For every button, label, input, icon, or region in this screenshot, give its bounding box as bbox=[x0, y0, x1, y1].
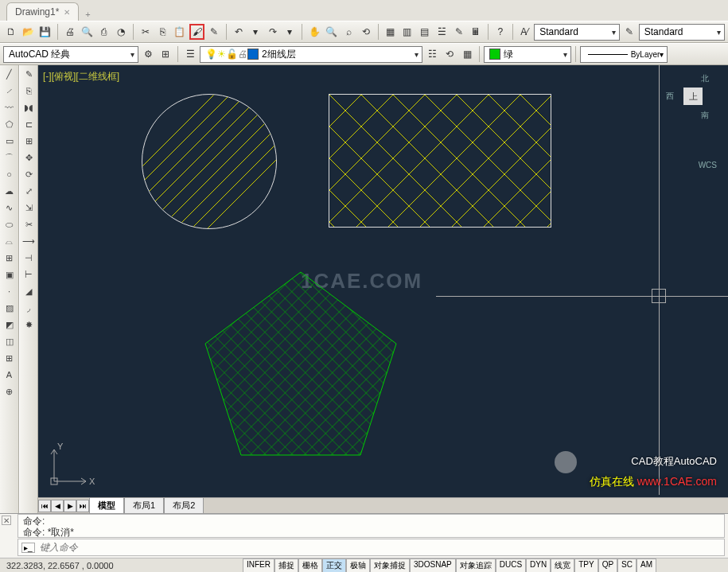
coordinates-readout[interactable]: 322.3283, 22.6567 , 0.0000 bbox=[0, 561, 120, 570]
copy-icon[interactable]: ⎘ bbox=[155, 24, 171, 40]
toggle-DUCS[interactable]: DUCS bbox=[496, 558, 526, 573]
block-icon[interactable]: ▣ bbox=[2, 267, 17, 282]
dim-style-icon[interactable]: ✎ bbox=[621, 24, 637, 40]
publish-icon[interactable]: ⎙ bbox=[96, 24, 112, 40]
paste-icon[interactable]: 📋 bbox=[172, 24, 188, 40]
undo-icon[interactable]: ↶ bbox=[231, 24, 247, 40]
viewport-label[interactable]: [-][俯视][二维线框] bbox=[43, 70, 119, 84]
drawing-viewport[interactable]: [-][俯视][二维线框] 1CAE.COM bbox=[38, 65, 728, 513]
close-icon[interactable]: ✕ bbox=[2, 516, 11, 525]
gradient-icon[interactable]: ◩ bbox=[2, 317, 17, 332]
offset-icon[interactable]: ⊏ bbox=[21, 117, 36, 131]
toggle-3DOSNAP[interactable]: 3DOSNAP bbox=[410, 558, 456, 573]
copy-obj-icon[interactable]: ⎘ bbox=[21, 84, 36, 98]
zoom-realtime-icon[interactable]: 🔍 bbox=[324, 24, 340, 40]
color-combo[interactable]: 绿 bbox=[484, 46, 571, 63]
spline-icon[interactable]: ∿ bbox=[2, 200, 17, 215]
layout-tab-nav[interactable]: ⏮◀▶⏭ bbox=[38, 500, 89, 512]
explode-icon[interactable]: ✸ bbox=[21, 317, 36, 332]
toggle-SC[interactable]: SC bbox=[617, 558, 637, 573]
line-icon[interactable]: ╱ bbox=[2, 67, 17, 81]
open-icon[interactable]: 📂 bbox=[21, 24, 37, 40]
command-input[interactable] bbox=[40, 542, 721, 553]
layer-prev-icon[interactable]: ⟲ bbox=[442, 46, 457, 62]
pan-icon[interactable]: ✋ bbox=[306, 24, 322, 40]
tab-layout1[interactable]: 布局1 bbox=[124, 497, 164, 513]
workspace-settings2-icon[interactable]: ⊞ bbox=[158, 46, 173, 62]
help-icon[interactable]: ? bbox=[492, 24, 508, 40]
layer-combo[interactable]: 💡 ☀ 🔓 🖨 2细线层 bbox=[200, 46, 422, 63]
insert-icon[interactable]: ⊞ bbox=[2, 251, 17, 265]
workspace-settings-icon[interactable]: ⚙ bbox=[140, 46, 156, 62]
toggle-INFER[interactable]: INFER bbox=[243, 558, 274, 573]
toggle-线宽[interactable]: 线宽 bbox=[551, 558, 574, 573]
text-style-combo[interactable]: Standard bbox=[534, 24, 620, 41]
toggle-DYN[interactable]: DYN bbox=[526, 558, 551, 573]
arc-icon[interactable]: ⌒ bbox=[2, 150, 17, 165]
brush-icon[interactable]: ✎ bbox=[206, 24, 222, 40]
shape-rectangle[interactable] bbox=[329, 94, 551, 228]
table-icon[interactable]: ⊞ bbox=[2, 351, 17, 365]
linetype-combo[interactable]: ByLayer bbox=[580, 46, 668, 63]
toggle-对象追踪[interactable]: 对象追踪 bbox=[456, 558, 496, 573]
scale-icon[interactable]: ⤢ bbox=[21, 184, 36, 198]
redo-icon[interactable]: ↷ bbox=[265, 24, 281, 40]
view-cube[interactable]: 北 西 南 上 bbox=[669, 73, 717, 121]
design-center-icon[interactable]: ▥ bbox=[399, 24, 415, 40]
shape-pentagon[interactable] bbox=[197, 264, 404, 463]
new-tab-button[interactable]: + bbox=[79, 8, 96, 21]
zoom-window-icon[interactable]: ⌕ bbox=[341, 24, 356, 40]
circle-icon[interactable]: ○ bbox=[2, 167, 17, 181]
calc-icon[interactable]: 🖩 bbox=[468, 24, 484, 40]
match-properties-icon[interactable]: 🖌 bbox=[189, 24, 205, 40]
array-icon[interactable]: ⊞ bbox=[21, 134, 36, 148]
pline-icon[interactable]: 〰 bbox=[2, 100, 17, 115]
mirror-icon[interactable]: ◗◖ bbox=[21, 100, 36, 115]
toggle-TPY[interactable]: TPY bbox=[574, 558, 598, 573]
toggle-AM[interactable]: AM bbox=[637, 558, 656, 573]
new-icon[interactable]: 🗋 bbox=[3, 24, 19, 40]
layer-filter-icon[interactable]: ▦ bbox=[459, 46, 475, 62]
toggle-极轴[interactable]: 极轴 bbox=[346, 558, 370, 573]
hatch-icon[interactable]: ▨ bbox=[2, 301, 17, 315]
cut-icon[interactable]: ✂ bbox=[138, 24, 154, 40]
command-history[interactable]: 命令: 命令: *取消* bbox=[18, 514, 725, 538]
dim-style-combo[interactable]: Standard bbox=[639, 24, 725, 41]
rectangle-icon[interactable]: ▭ bbox=[2, 134, 17, 148]
redo-drop-icon[interactable]: ▾ bbox=[282, 24, 298, 40]
viewcube-top-face[interactable]: 上 bbox=[683, 88, 703, 105]
print-icon[interactable]: 🖨 bbox=[62, 24, 78, 40]
rotate-icon[interactable]: ⟳ bbox=[21, 167, 36, 181]
preview-icon[interactable]: 🔍 bbox=[79, 24, 95, 40]
shape-circle[interactable] bbox=[142, 94, 277, 229]
stretch-icon[interactable]: ⇲ bbox=[21, 200, 36, 215]
layer-states-icon[interactable]: ☷ bbox=[424, 46, 440, 62]
toggle-对象捕捉[interactable]: 对象捕捉 bbox=[370, 558, 410, 573]
markup-icon[interactable]: ✎ bbox=[451, 24, 467, 40]
tool-palette-icon[interactable]: ▤ bbox=[417, 24, 433, 40]
toggle-正交[interactable]: 正交 bbox=[322, 558, 346, 573]
zoom-prev-icon[interactable]: ⟲ bbox=[358, 24, 374, 40]
properties-icon[interactable]: ▦ bbox=[383, 24, 399, 40]
tab-layout2[interactable]: 布局2 bbox=[164, 497, 204, 513]
trim-icon[interactable]: ✂ bbox=[21, 217, 36, 232]
toggle-栅格[interactable]: 栅格 bbox=[298, 558, 322, 573]
layer-manager-icon[interactable]: ☰ bbox=[182, 46, 198, 62]
toggle-捕捉[interactable]: 捕捉 bbox=[274, 558, 298, 573]
break-icon[interactable]: ⊣ bbox=[21, 251, 36, 265]
chamfer-icon[interactable]: ◢ bbox=[21, 284, 36, 298]
wcs-label[interactable]: WCS bbox=[699, 161, 717, 169]
tab-model[interactable]: 模型 bbox=[89, 497, 124, 513]
fillet-icon[interactable]: ◞ bbox=[21, 301, 36, 315]
xline-icon[interactable]: ⟋ bbox=[2, 84, 17, 98]
ellipse-arc-icon[interactable]: ⌓ bbox=[2, 234, 17, 248]
polygon-icon[interactable]: ⬠ bbox=[2, 117, 17, 131]
sheetset-icon[interactable]: ☱ bbox=[434, 24, 450, 40]
tool-icon[interactable]: ◔ bbox=[113, 24, 129, 40]
close-icon[interactable]: ✕ bbox=[64, 8, 70, 17]
undo-drop-icon[interactable]: ▾ bbox=[248, 24, 264, 40]
extend-icon[interactable]: ⟶ bbox=[21, 234, 36, 248]
revcloud-icon[interactable]: ☁ bbox=[2, 184, 17, 198]
point-icon[interactable]: · bbox=[2, 284, 17, 298]
region-icon[interactable]: ◫ bbox=[2, 334, 17, 348]
